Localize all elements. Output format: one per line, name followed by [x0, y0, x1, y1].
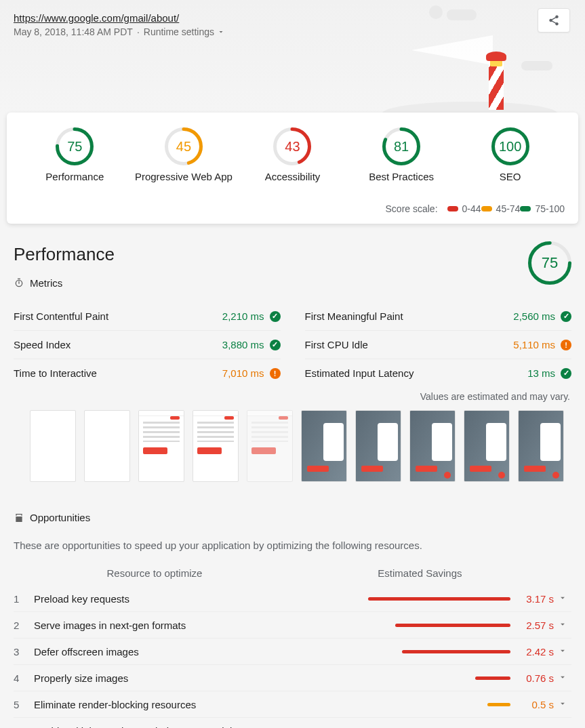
- metric-name: First Meaningful Paint: [305, 310, 403, 322]
- cloud-icon: [447, 9, 477, 20]
- filmstrip-frame: [301, 410, 347, 482]
- opportunity-index: 3: [14, 646, 34, 658]
- savings-bar: [395, 624, 510, 627]
- score-gauge-best-practices[interactable]: 81 Best Practices: [347, 127, 456, 182]
- opportunity-index: 4: [14, 672, 34, 684]
- metric-value: 5,110 ms: [513, 339, 555, 350]
- score-gauge-seo[interactable]: 100 SEO: [456, 127, 565, 182]
- filmstrip-frame: [409, 410, 456, 482]
- gauge-value: 100: [491, 127, 529, 165]
- opportunities-description: These are opportunities to speed up your…: [0, 537, 585, 561]
- savings-bar: [487, 703, 510, 706]
- check-icon: ✓: [561, 311, 571, 322]
- filmstrip-frame: [138, 410, 184, 482]
- report-header: https://www.google.com/gmail/about/ May …: [0, 0, 585, 114]
- filmstrip-frame: [193, 410, 239, 482]
- filmstrip: [0, 410, 585, 496]
- report-timestamp: May 8, 2018, 11:48 AM PDT: [14, 26, 133, 37]
- gauge-value: 81: [382, 127, 420, 165]
- opportunity-row[interactable]: 2 Serve images in next-gen formats 2.57 …: [14, 612, 571, 639]
- filmstrip-frame: [247, 410, 293, 482]
- metric-row[interactable]: Speed Index 3,880 ms ✓: [14, 331, 281, 359]
- metric-value: 2,560 ms: [513, 310, 555, 322]
- savings-value: 0.76 s: [510, 672, 554, 684]
- filmstrip-frame: [464, 410, 510, 482]
- share-icon: [548, 14, 560, 26]
- score-gauge-accessibility[interactable]: 43 Accessibility: [238, 127, 346, 182]
- opportunity-row[interactable]: 1 Preload key requests 3.17 s: [14, 586, 571, 612]
- check-icon: ✓: [561, 368, 571, 379]
- savings-bar: [368, 597, 510, 601]
- filmstrip-frame: [30, 410, 76, 482]
- opportunity-index: 2: [14, 620, 34, 631]
- gauge-label: SEO: [456, 171, 565, 182]
- metric-row[interactable]: First Contentful Paint 2,210 ms ✓: [14, 302, 281, 331]
- opportunity-row[interactable]: 3 Defer offscreen images 2.42 s: [14, 639, 571, 665]
- score-scale-legend: Score scale: 0-44 45-74 75-100: [20, 203, 565, 214]
- metric-name: Time to Interactive: [14, 367, 97, 379]
- metrics-note: Values are estimated and may vary.: [0, 387, 585, 410]
- opportunity-name: Avoid multiple, costly round trips to an…: [34, 725, 279, 729]
- savings-bar: [402, 650, 510, 653]
- chevron-down-icon: [217, 28, 225, 36]
- chevron-down-icon: [554, 725, 571, 729]
- opportunity-name: Properly size images: [34, 672, 279, 684]
- stopwatch-icon: [14, 278, 24, 289]
- gauge-value: 43: [273, 127, 311, 165]
- opportunity-name: Serve images in next-gen formats: [34, 620, 279, 631]
- savings-value: 0.3 s: [510, 725, 554, 729]
- filmstrip-frame: [84, 410, 130, 482]
- opportunities-heading: Opportunities: [30, 512, 90, 523]
- opportunity-index: 5: [14, 699, 34, 710]
- metric-name: First CPU Idle: [305, 339, 368, 350]
- tested-url-link[interactable]: https://www.google.com/gmail/about/: [14, 12, 179, 24]
- metric-row[interactable]: First Meaningful Paint 2,560 ms ✓: [305, 302, 572, 331]
- savings-value: 2.42 s: [510, 646, 554, 658]
- scale-range: 45-74: [481, 203, 521, 214]
- score-gauge-progressive-web-app[interactable]: 45 Progressive Web App: [129, 127, 238, 182]
- section-title: Performance: [14, 244, 571, 265]
- chevron-down-icon: [554, 646, 571, 658]
- gauge-label: Progressive Web App: [129, 171, 238, 182]
- performance-gauge: 75: [528, 241, 571, 285]
- lab-icon: [14, 512, 24, 523]
- gauge-label: Performance: [20, 171, 129, 182]
- metric-value: 13 ms: [527, 367, 555, 379]
- metric-name: Estimated Input Latency: [305, 367, 414, 379]
- scale-range: 75-100: [520, 203, 565, 214]
- opportunity-name: Preload key requests: [34, 593, 279, 605]
- check-icon: ✓: [270, 340, 281, 350]
- metric-value: 2,210 ms: [222, 310, 264, 322]
- savings-value: 3.17 s: [510, 593, 554, 605]
- opportunity-row[interactable]: 6 Avoid multiple, costly round trips to …: [14, 718, 571, 728]
- scale-range: 0-44: [447, 203, 481, 214]
- performance-section: 75 Performance Metrics: [0, 224, 585, 302]
- gauge-label: Best Practices: [347, 171, 456, 182]
- check-icon: ✓: [270, 311, 281, 322]
- chevron-down-icon: [554, 672, 571, 684]
- opportunity-row[interactable]: 4 Properly size images 0.76 s: [14, 665, 571, 691]
- warning-icon: !: [561, 340, 571, 350]
- opportunity-name: Defer offscreen images: [34, 646, 279, 658]
- opportunities-section: Opportunities: [0, 496, 585, 537]
- opportunity-index: 1: [14, 593, 34, 605]
- metric-name: Speed Index: [14, 339, 70, 350]
- savings-bar: [475, 676, 510, 680]
- savings-value: 0.5 s: [510, 699, 554, 710]
- metric-row[interactable]: First CPU Idle 5,110 ms !: [305, 331, 572, 359]
- metrics-grid: First Contentful Paint 2,210 ms ✓ Speed …: [0, 302, 585, 387]
- metric-value: 3,880 ms: [222, 339, 264, 350]
- score-gauge-performance[interactable]: 75 Performance: [20, 127, 129, 182]
- chevron-down-icon: [554, 620, 571, 631]
- runtime-settings-toggle[interactable]: Runtime settings: [144, 26, 225, 37]
- cloud-icon: [429, 5, 443, 19]
- savings-value: 2.57 s: [510, 620, 554, 631]
- warning-icon: !: [270, 368, 281, 379]
- metrics-heading: Metrics: [30, 277, 62, 289]
- lighthouse-illustration: [395, 26, 558, 114]
- opportunity-name: Eliminate render-blocking resources: [34, 699, 279, 710]
- metric-value: 7,010 ms: [222, 367, 264, 379]
- metric-row[interactable]: Time to Interactive 7,010 ms !: [14, 359, 281, 387]
- metric-row[interactable]: Estimated Input Latency 13 ms ✓: [305, 359, 572, 387]
- opportunity-row[interactable]: 5 Eliminate render-blocking resources 0.…: [14, 691, 571, 718]
